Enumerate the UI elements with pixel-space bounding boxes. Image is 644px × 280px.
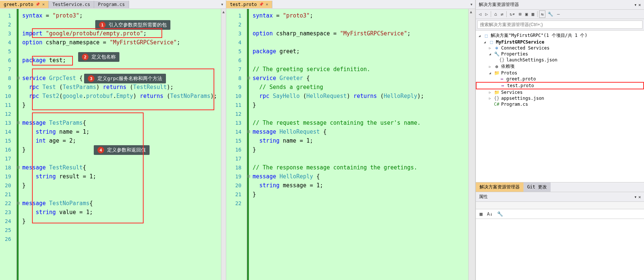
expand-icon[interactable]: ◢ (477, 34, 482, 38)
back-icon[interactable]: ◁ (477, 11, 483, 18)
annotation-rectangle (32, 69, 214, 110)
expand-icon[interactable]: ▷ (488, 46, 492, 50)
code-line[interactable] (253, 199, 465, 208)
search-input[interactable] (477, 20, 643, 29)
panel-close-icon[interactable]: ✕ (638, 2, 641, 7)
line-number: 26 (0, 235, 11, 244)
code-body[interactable]: syntax = "proto3"; option csharp_namespa… (247, 9, 468, 280)
home-icon[interactable]: ⌂ (493, 11, 498, 18)
panel-dropdown-icon[interactable]: ▾ (634, 2, 637, 7)
editor-tab[interactable]: Program.cs (94, 1, 129, 8)
code-line[interactable]: option csharp_namespace = "MyFirstGRPCSe… (22, 38, 217, 47)
code-line[interactable]: } (253, 190, 465, 199)
collapse-icon[interactable]: ⊟ (17, 199, 20, 208)
tree-item[interactable]: C#Program.cs (476, 101, 644, 107)
line-number: 8 (0, 74, 11, 83)
solution-root[interactable]: ◢ ⬚ 解决方案"MyFirstGRPC"(1 个项目/共 1 个) (476, 32, 644, 39)
code-line[interactable]: option csharp_namespace = "MyFirstGRPCSe… (253, 29, 465, 38)
editor-tab[interactable]: greet.proto📌✕ (0, 1, 49, 8)
code-line[interactable]: ⊟message HelloReply { (253, 172, 465, 181)
code-line[interactable]: ⊟service Greeter { (253, 74, 465, 83)
wrench-icon[interactable]: 🔧 (496, 210, 504, 217)
code-line[interactable]: syntax = "proto3"; (22, 11, 217, 20)
tree-item[interactable]: ◢⬚MyFirstGRPCService (476, 39, 644, 45)
editor-tab[interactable]: test.proto📌✕ (226, 1, 272, 8)
tree-item[interactable]: ▷⊕Connected Services (476, 45, 644, 51)
code-line[interactable]: } (253, 101, 465, 109)
code-line[interactable]: package greet; (253, 47, 465, 56)
collapse-icon[interactable]: ▣ (524, 11, 529, 18)
scrollbar-vertical[interactable] (468, 9, 475, 280)
pin-icon[interactable]: 📌 (259, 2, 263, 6)
alphabetize-icon[interactable]: A↓ (486, 210, 494, 217)
tree-item[interactable]: ↔test.proto (476, 82, 644, 89)
tree-item[interactable]: ◢📁Protos (476, 70, 644, 76)
expand-icon[interactable]: ▷ (488, 90, 492, 94)
code-line[interactable] (253, 109, 465, 118)
pin-icon[interactable]: 📌 (35, 2, 40, 6)
expand-icon[interactable]: ▷ (488, 65, 492, 69)
tree-item[interactable]: ▷⚙依赖项 (476, 63, 644, 70)
switch-view-icon[interactable]: ⇄ (499, 11, 505, 18)
line-number: 5 (0, 47, 11, 56)
code-line[interactable] (22, 47, 217, 56)
collapse-icon[interactable]: ⊟ (247, 74, 250, 83)
code-editor-right[interactable]: 12345678910111213141516171819202122 synt… (226, 9, 475, 280)
close-icon[interactable]: ✕ (42, 2, 45, 7)
panel-dropdown-icon[interactable]: ▾ (634, 194, 637, 200)
line-number: 2 (0, 20, 11, 29)
panel-close-icon[interactable]: ✕ (638, 194, 641, 200)
panel-tab[interactable]: Git 更改 (523, 182, 551, 192)
tree-item[interactable]: ↔greet.proto (476, 76, 644, 82)
code-line[interactable] (22, 235, 217, 244)
line-number: 6 (226, 56, 241, 65)
nest-icon[interactable]: ▦ (530, 11, 536, 18)
code-line[interactable]: // The response message containing the g… (253, 163, 465, 172)
expand-icon[interactable]: ◢ (483, 40, 487, 44)
solution-tree[interactable]: ◢ ⬚ 解决方案"MyFirstGRPC"(1 个项目/共 1 个) ◢⬚MyF… (476, 31, 644, 182)
code-line[interactable]: string name = 1; (253, 136, 465, 145)
preview-icon[interactable]: — (555, 11, 561, 18)
line-number: 4 (0, 38, 11, 47)
code-line[interactable]: // Sends a greeting (253, 83, 465, 92)
code-line[interactable]: // The request message containing the us… (253, 118, 465, 127)
code-line[interactable] (253, 20, 465, 29)
refresh-icon[interactable]: ↻▾ (508, 11, 516, 18)
collapse-icon[interactable]: ⊟ (17, 118, 20, 127)
tree-item[interactable]: ▷📁Services (476, 89, 644, 95)
scrollbar-vertical[interactable] (221, 9, 226, 280)
tree-item[interactable]: {}launchSettings.json (476, 57, 644, 63)
collapse-icon[interactable]: ⊟ (17, 74, 20, 83)
solution-icon: ⬚ (483, 33, 489, 38)
forward-icon[interactable]: ▷ (484, 11, 489, 18)
code-line[interactable] (253, 154, 465, 163)
expand-icon[interactable]: ◢ (488, 71, 492, 75)
close-icon[interactable]: ✕ (266, 2, 268, 7)
properties-icon[interactable]: 🔧 (546, 11, 555, 18)
collapse-icon[interactable]: ⊟ (247, 172, 250, 181)
code-line[interactable]: syntax = "proto3"; (253, 11, 465, 20)
panel-tab[interactable]: 解决方案资源管理器 (476, 182, 523, 192)
code-line[interactable]: } (253, 145, 465, 154)
expand-icon[interactable]: ◢ (488, 52, 492, 56)
code-line[interactable]: ⊟message HelloRequest { (253, 127, 465, 136)
editor-tab[interactable]: TestService.cs (49, 1, 94, 8)
tree-item[interactable]: ◢🔧Properties (476, 51, 644, 57)
collapse-icon[interactable]: ⊟ (17, 163, 20, 172)
code-line[interactable] (22, 226, 217, 235)
tree-item[interactable]: ▷{}appsettings.json (476, 95, 644, 101)
tab-overflow-icon[interactable]: ▾ (218, 1, 226, 7)
categorize-icon[interactable]: ▦ (478, 210, 484, 217)
sync-icon[interactable]: ⇆ (539, 10, 545, 18)
code-line[interactable] (253, 56, 465, 65)
code-line[interactable]: // The greeting service definition. (253, 65, 465, 74)
code-line[interactable] (253, 38, 465, 47)
show-all-icon[interactable]: ⊞ (517, 11, 523, 18)
tree-item-label: 依赖项 (501, 63, 515, 70)
expand-icon[interactable]: ▷ (488, 96, 492, 100)
code-line[interactable]: string message = 1; (253, 181, 465, 190)
code-line[interactable]: rpc SayHello (HelloRequest) returns (Hel… (253, 92, 465, 101)
collapse-icon[interactable]: ⊟ (247, 127, 250, 136)
tab-overflow-icon[interactable]: ▾ (468, 1, 475, 7)
tree-item-label: Program.cs (501, 102, 528, 107)
